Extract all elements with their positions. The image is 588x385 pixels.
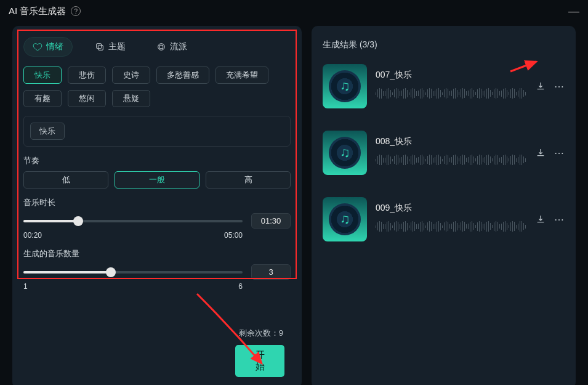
- emotion-tag-grid: 快乐 悲伤 史诗 多愁善感 充满希望 有趣 悠闲 悬疑: [23, 67, 291, 107]
- tabs: 情绪 主题 流派: [23, 37, 291, 57]
- count-slider[interactable]: [23, 267, 243, 278]
- tag-relaxed[interactable]: 悠闲: [68, 90, 106, 107]
- tab-emotion-label: 情绪: [46, 41, 63, 52]
- count-min: 1: [23, 282, 28, 291]
- tempo-label: 节奏: [23, 155, 291, 166]
- result-thumbnail[interactable]: ♫: [323, 64, 367, 108]
- start-button[interactable]: 开始: [235, 345, 284, 377]
- waveform[interactable]: [376, 88, 526, 103]
- svg-rect-1: [98, 45, 103, 50]
- count-max: 6: [238, 282, 243, 291]
- tab-genre[interactable]: 流派: [148, 38, 196, 56]
- tag-hopeful[interactable]: 充满希望: [215, 67, 268, 84]
- download-icon[interactable]: [535, 147, 546, 158]
- tab-genre-label: 流派: [170, 41, 187, 52]
- remaining-credits: 剩余次数：9: [23, 328, 283, 339]
- result-name: 009_快乐: [376, 203, 526, 214]
- results-panel: 生成结果 (3/3) ♫ 007_快乐 ⋯ ♫: [312, 26, 576, 385]
- tab-emotion[interactable]: 情绪: [23, 37, 73, 57]
- music-note-icon: ♫: [340, 211, 350, 227]
- duration-label: 音乐时长: [23, 197, 291, 208]
- results-title: 生成结果 (3/3): [323, 39, 565, 51]
- more-icon[interactable]: ⋯: [554, 147, 565, 158]
- minimize-icon[interactable]: —: [568, 8, 579, 14]
- result-name: 007_快乐: [376, 70, 526, 81]
- music-note-icon: ♫: [340, 145, 350, 161]
- count-value: 3: [251, 264, 291, 280]
- svg-point-2: [158, 44, 165, 51]
- tab-theme[interactable]: 主题: [86, 38, 134, 56]
- selected-tags-well: 快乐: [23, 116, 291, 147]
- duration-min: 00:20: [23, 231, 42, 240]
- waveform[interactable]: [376, 221, 526, 236]
- tempo-medium[interactable]: 一般: [115, 171, 199, 188]
- waveform[interactable]: [376, 155, 526, 169]
- heart-icon: [33, 42, 42, 52]
- duration-max: 05:00: [224, 231, 243, 240]
- tab-theme-label: 主题: [108, 41, 126, 52]
- more-icon[interactable]: ⋯: [554, 214, 565, 225]
- download-icon[interactable]: [535, 81, 546, 92]
- result-thumbnail[interactable]: ♫: [323, 197, 367, 241]
- app-title: AI 音乐生成器: [9, 6, 66, 17]
- tag-epic[interactable]: 史诗: [112, 67, 150, 84]
- tempo-row: 低 一般 高: [23, 171, 291, 188]
- tag-suspense[interactable]: 悬疑: [112, 90, 150, 107]
- duration-value: 01:30: [251, 213, 291, 229]
- music-note-icon: ♫: [340, 78, 350, 94]
- result-item: ♫ 008_快乐 ⋯: [323, 131, 565, 179]
- svg-rect-3: [159, 45, 163, 48]
- tag-happy[interactable]: 快乐: [23, 67, 62, 84]
- titlebar: AI 音乐生成器 ? —: [0, 0, 588, 22]
- config-panel: 情绪 主题 流派 快乐 悲伤 史诗 多愁善感 充满希望 有趣 悠闲 悬疑 快乐: [12, 26, 302, 385]
- tag-sad[interactable]: 悲伤: [68, 67, 106, 84]
- tempo-low[interactable]: 低: [23, 171, 108, 188]
- grid-icon: [156, 42, 166, 52]
- count-label: 生成的音乐数量: [23, 248, 291, 259]
- selected-tag-pill[interactable]: 快乐: [30, 123, 65, 140]
- result-item: ♫ 007_快乐 ⋯: [323, 64, 565, 112]
- help-icon[interactable]: ?: [71, 6, 81, 16]
- more-icon[interactable]: ⋯: [554, 81, 565, 92]
- duration-slider[interactable]: [23, 216, 243, 227]
- result-item: ♫ 009_快乐 ⋯: [323, 197, 565, 245]
- stack-icon: [95, 42, 105, 52]
- tempo-high[interactable]: 高: [206, 171, 291, 188]
- download-icon[interactable]: [535, 214, 546, 225]
- tag-sentimental[interactable]: 多愁善感: [156, 67, 209, 84]
- result-name: 008_快乐: [376, 136, 526, 147]
- tag-fun[interactable]: 有趣: [23, 90, 62, 107]
- svg-rect-0: [97, 44, 102, 49]
- result-thumbnail[interactable]: ♫: [323, 131, 367, 175]
